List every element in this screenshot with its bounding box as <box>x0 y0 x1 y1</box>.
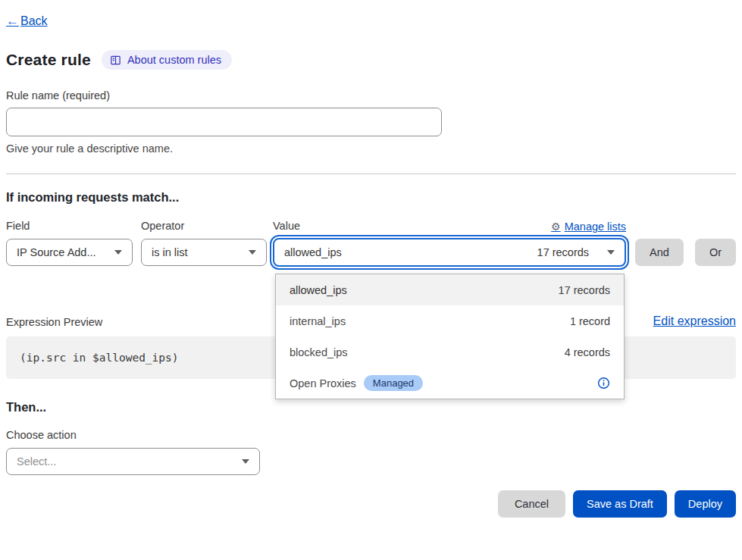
condition-row: Field IP Source Add... Operator is in li… <box>6 220 736 267</box>
create-rule-page: ←Back Create rule About custom rules Rul… <box>0 0 742 560</box>
about-custom-rules-link[interactable]: About custom rules <box>102 50 232 70</box>
back-arrow-icon: ← <box>6 14 19 29</box>
dropdown-item-blocked-ips[interactable]: blocked_ips 4 records <box>276 336 624 368</box>
or-button[interactable]: Or <box>695 239 736 266</box>
list-name: allowed_ips <box>290 284 347 296</box>
gear-icon: ⚙ <box>551 221 561 233</box>
rule-name-label: Rule name (required) <box>6 89 736 102</box>
list-record-count: 4 records <box>565 346 610 358</box>
list-name: internal_ips <box>290 315 346 327</box>
operator-select[interactable]: is in list <box>141 239 267 266</box>
and-button[interactable]: And <box>635 239 684 266</box>
manage-lists-link[interactable]: ⚙Manage lists <box>551 221 626 233</box>
action-select-placeholder: Select... <box>17 455 56 468</box>
field-select-value: IP Source Add... <box>17 246 96 258</box>
value-select-records: 17 records <box>537 246 590 258</box>
then-section-heading: Then... <box>6 400 736 415</box>
manage-lists-label: Manage lists <box>565 221 626 233</box>
list-name: Open Proxies <box>290 377 356 389</box>
expression-code: (ip.src in $allowed_ips) <box>20 352 179 364</box>
footer-actions: Cancel Save as Draft Deploy <box>6 490 736 518</box>
operator-column: Operator is in list <box>141 220 267 266</box>
cancel-button[interactable]: Cancel <box>498 490 565 518</box>
value-select-value: allowed_ips <box>284 246 342 258</box>
info-icon[interactable] <box>597 377 610 389</box>
rule-name-input[interactable] <box>6 108 442 136</box>
field-select[interactable]: IP Source Add... <box>6 239 133 266</box>
value-column: Value ⚙Manage lists allowed_ips 17 recor… <box>273 220 626 267</box>
operator-select-value: is in list <box>152 246 188 258</box>
managed-badge: Managed <box>364 375 423 391</box>
value-label-row: Value ⚙Manage lists <box>273 220 626 233</box>
page-title: Create rule <box>6 51 91 69</box>
list-record-count: 17 records <box>559 284 611 296</box>
dropdown-item-open-proxies[interactable]: Open Proxies Managed <box>276 368 624 399</box>
chevron-down-icon <box>114 250 122 255</box>
chevron-down-icon <box>249 250 256 255</box>
chevron-down-icon <box>607 250 615 255</box>
expression-preview-label: Expression Preview <box>6 316 102 328</box>
title-row: Create rule About custom rules <box>6 48 736 71</box>
about-custom-rules-label: About custom rules <box>127 54 221 66</box>
back-link-label: Back <box>20 14 48 28</box>
dropdown-item-allowed-ips[interactable]: allowed_ips 17 records <box>276 274 624 305</box>
edit-expression-link[interactable]: Edit expression <box>653 314 736 328</box>
field-column: Field IP Source Add... <box>6 220 133 266</box>
rule-name-helper: Give your rule a descriptive name. <box>6 142 736 155</box>
dropdown-item-internal-ips[interactable]: internal_ips 1 record <box>276 305 624 336</box>
action-select[interactable]: Select... <box>6 448 260 475</box>
field-label: Field <box>6 220 133 233</box>
back-link[interactable]: ←Back <box>6 14 48 29</box>
save-as-draft-button[interactable]: Save as Draft <box>573 490 667 518</box>
section-divider <box>6 174 736 174</box>
value-select[interactable]: allowed_ips 17 records <box>273 238 626 267</box>
value-dropdown-panel: allowed_ips 17 records internal_ips 1 re… <box>275 274 625 399</box>
chevron-down-icon <box>242 459 249 464</box>
book-icon <box>110 55 121 66</box>
deploy-button[interactable]: Deploy <box>675 490 736 518</box>
list-record-count: 1 record <box>570 315 610 327</box>
choose-action-label: Choose action <box>6 429 736 441</box>
list-name: blocked_ips <box>290 346 348 358</box>
match-section-heading: If incoming requests match... <box>6 190 736 205</box>
operator-label: Operator <box>141 220 267 233</box>
value-label: Value <box>273 220 300 233</box>
